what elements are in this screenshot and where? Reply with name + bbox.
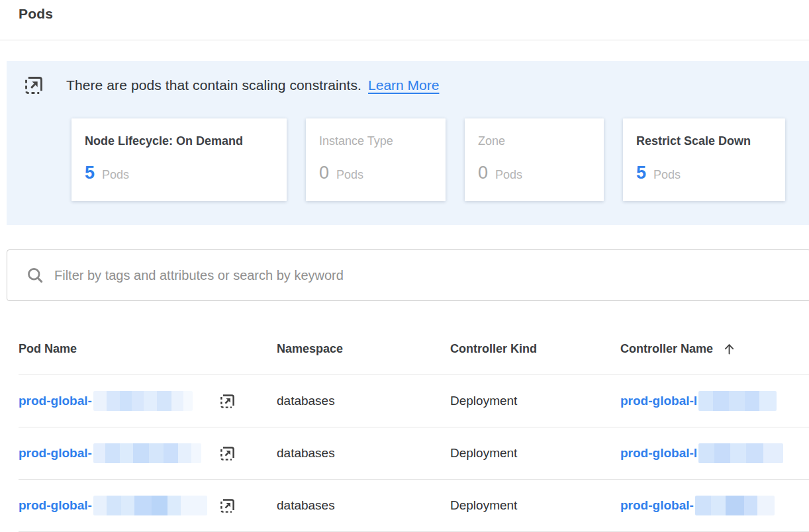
card-title: Restrict Scale Down xyxy=(636,134,772,148)
card-count-row: 0 Pods xyxy=(319,163,432,183)
pod-name-cell: prod-global- xyxy=(19,443,218,463)
title-divider xyxy=(0,40,809,40)
card-node-lifecycle-on-demand[interactable]: Node Lifecycle: On Demand 5 Pods xyxy=(71,118,287,201)
card-count-row: 5 Pods xyxy=(85,163,273,183)
card-title: Node Lifecycle: On Demand xyxy=(85,134,273,148)
scaling-constraints-banner: There are pods that contain scaling cons… xyxy=(7,61,809,225)
page-header: Pods xyxy=(0,0,809,40)
pods-table: Pod Name Namespace Controller Kind Contr… xyxy=(19,301,809,532)
pod-name-cell: prod-global- xyxy=(19,391,218,411)
controller-name-cell: prod-global-l xyxy=(620,443,809,463)
scale-out-icon[interactable] xyxy=(218,497,236,515)
search-input[interactable] xyxy=(54,250,809,300)
pod-name-link[interactable]: prod-global- xyxy=(19,496,207,515)
constraint-cards: Node Lifecycle: On Demand 5 Pods Instanc… xyxy=(71,118,809,201)
card-unit: Pods xyxy=(102,168,129,182)
column-header-label: Controller Name xyxy=(620,342,713,356)
controller-kind-cell: Deployment xyxy=(450,394,620,408)
table-row: prod-global- databases Deployment prod-g… xyxy=(19,375,809,427)
card-zone[interactable]: Zone 0 Pods xyxy=(465,118,604,201)
card-count: 5 xyxy=(636,163,646,183)
column-header-pod-name[interactable]: Pod Name xyxy=(19,342,277,356)
pod-name-link[interactable]: prod-global- xyxy=(19,443,201,463)
table-header-row: Pod Name Namespace Controller Kind Contr… xyxy=(19,301,809,375)
card-unit: Pods xyxy=(495,168,522,182)
controller-kind-cell: Deployment xyxy=(450,446,620,461)
card-title: Instance Type xyxy=(319,134,432,148)
controller-name-cell: prod-global- xyxy=(620,496,809,515)
card-count: 0 xyxy=(478,163,488,183)
table-row: prod-global- databases Deployment prod-g… xyxy=(19,480,809,532)
redacted-controller-name xyxy=(698,443,783,463)
controller-name-link[interactable]: prod-global-l xyxy=(620,443,783,463)
card-title: Zone xyxy=(478,134,591,148)
redacted-controller-name xyxy=(695,496,775,515)
card-instance-type[interactable]: Instance Type 0 Pods xyxy=(306,118,446,201)
controller-name-link[interactable]: prod-global-l xyxy=(620,391,777,411)
controller-kind-cell: Deployment xyxy=(450,498,620,513)
scale-out-icon xyxy=(23,74,45,97)
pod-name-prefix: prod-global- xyxy=(19,498,92,513)
redacted-controller-name xyxy=(698,391,777,411)
card-restrict-scale-down[interactable]: Restrict Scale Down 5 Pods xyxy=(623,118,785,201)
open-pod-cell xyxy=(218,392,277,410)
card-count: 5 xyxy=(85,163,95,183)
controller-name-link[interactable]: prod-global- xyxy=(620,496,775,515)
table-row: prod-global- databases Deployment prod-g… xyxy=(19,427,809,480)
column-header-namespace[interactable]: Namespace xyxy=(277,342,450,356)
namespace-cell: databases xyxy=(277,498,450,513)
controller-name-prefix: prod-global-l xyxy=(620,446,697,461)
scale-out-icon[interactable] xyxy=(218,445,236,463)
column-header-controller-name[interactable]: Controller Name xyxy=(620,342,809,356)
banner-header: There are pods that contain scaling cons… xyxy=(23,74,809,97)
controller-name-prefix: prod-global-l xyxy=(620,394,697,408)
open-pod-cell xyxy=(218,497,277,515)
pod-name-link[interactable]: prod-global- xyxy=(19,391,193,411)
learn-more-link[interactable]: Learn More xyxy=(368,77,439,93)
pod-name-prefix: prod-global- xyxy=(19,394,92,408)
card-count: 0 xyxy=(319,163,329,183)
card-unit: Pods xyxy=(653,168,681,182)
controller-name-prefix: prod-global- xyxy=(620,498,694,513)
sort-ascending-arrow-icon xyxy=(722,342,736,356)
card-unit: Pods xyxy=(336,168,363,182)
banner-message: There are pods that contain scaling cons… xyxy=(66,77,361,93)
namespace-cell: databases xyxy=(277,394,450,408)
controller-name-cell: prod-global-l xyxy=(620,391,809,411)
redacted-pod-name xyxy=(93,496,207,515)
pod-name-prefix: prod-global- xyxy=(19,446,92,461)
search-icon xyxy=(26,266,44,285)
page-title: Pods xyxy=(19,6,809,22)
redacted-pod-name xyxy=(93,391,193,411)
scale-out-icon[interactable] xyxy=(218,392,236,410)
redacted-pod-name xyxy=(93,443,201,463)
card-count-row: 0 Pods xyxy=(478,163,591,183)
open-pod-cell xyxy=(218,445,277,463)
card-count-row: 5 Pods xyxy=(636,163,772,183)
filter-bar xyxy=(7,249,809,301)
column-header-controller-kind[interactable]: Controller Kind xyxy=(450,342,620,356)
pod-name-cell: prod-global- xyxy=(19,496,218,515)
namespace-cell: databases xyxy=(277,446,450,461)
